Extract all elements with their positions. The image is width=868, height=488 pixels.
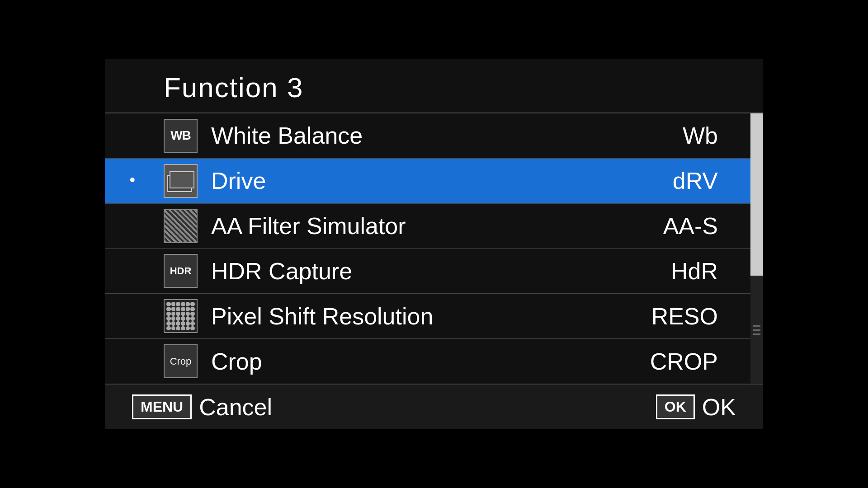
aa-filter-shortcut: AA-S [663, 212, 718, 239]
title-bar: Function 3 [105, 59, 763, 113]
menu-item-drive[interactable]: • Drive dRV [105, 159, 763, 204]
hdr-capture-label: HDR Capture [211, 258, 671, 285]
white-balance-icon: WB [164, 119, 198, 153]
white-balance-label: White Balance [211, 122, 683, 149]
aa-filter-icon [164, 209, 198, 243]
menu-list: WB White Balance Wb • Drive dRV [105, 113, 763, 384]
menu-item-hdr-capture[interactable]: HDR HDR Capture HdR [105, 249, 763, 294]
menu-item-crop[interactable]: Crop Crop CROP [105, 339, 763, 384]
menu-key-badge: MENU [132, 394, 192, 419]
scrollbar[interactable] [750, 113, 763, 384]
crop-icon: Crop [164, 344, 198, 378]
menu-item-pixel-shift[interactable]: Pixel Shift Resolution RESO [105, 294, 763, 339]
pixel-shift-label: Pixel Shift Resolution [211, 303, 651, 330]
hdr-capture-shortcut: HdR [671, 258, 718, 285]
pixel-shift-icon [164, 299, 198, 333]
drive-shortcut: dRV [673, 167, 718, 194]
page-title: Function 3 [164, 72, 304, 103]
ok-label: OK [702, 394, 736, 421]
cancel-action[interactable]: MENU Cancel [132, 394, 272, 421]
camera-menu-screen: Function 3 WB White Balance Wb • Drive [105, 59, 763, 429]
drive-label: Drive [211, 167, 673, 194]
footer: MENU Cancel OK OK [105, 384, 763, 429]
drive-icon [164, 164, 198, 198]
ok-action[interactable]: OK OK [656, 394, 736, 421]
scrollbar-thumb[interactable] [750, 113, 763, 276]
white-balance-shortcut: Wb [683, 122, 718, 149]
aa-filter-label: AA Filter Simulator [211, 212, 663, 239]
menu-item-aa-filter[interactable]: AA Filter Simulator AA-S [105, 204, 763, 249]
hdr-capture-icon: HDR [164, 254, 198, 288]
crop-label: Crop [211, 348, 650, 375]
ok-key-badge: OK [656, 394, 695, 419]
cancel-label: Cancel [199, 394, 272, 421]
pixel-shift-shortcut: RESO [651, 303, 718, 330]
crop-shortcut: CROP [650, 348, 718, 375]
menu-item-white-balance[interactable]: WB White Balance Wb [105, 113, 763, 159]
selected-indicator: • [127, 172, 137, 190]
